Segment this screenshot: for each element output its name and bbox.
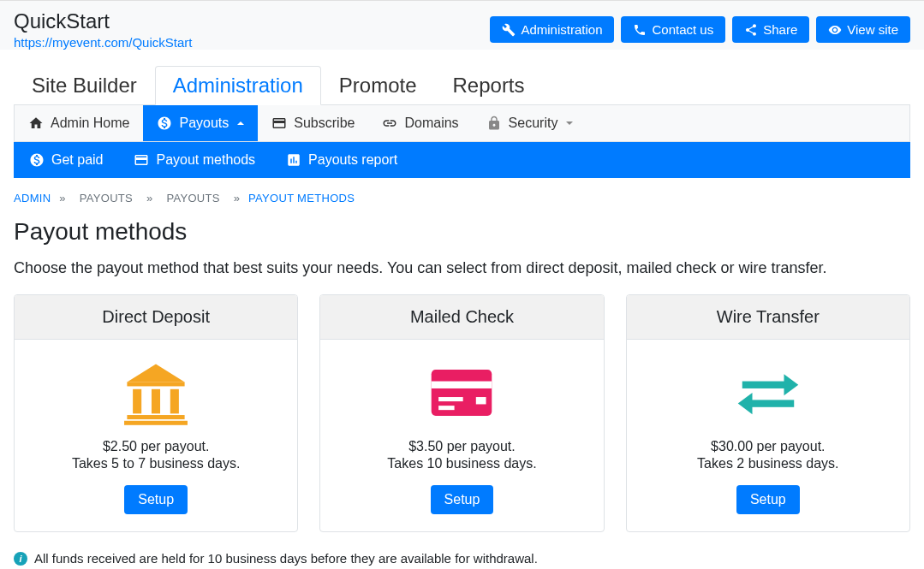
chart-icon — [286, 152, 301, 168]
subnav-subscribe[interactable]: Subscribe — [258, 105, 368, 141]
svg-rect-14 — [751, 400, 794, 406]
card-price: $3.50 per payout. — [334, 439, 589, 454]
card-timing: Takes 10 business days. — [334, 456, 589, 471]
page-description: Choose the payout method that best suits… — [0, 259, 924, 294]
svg-rect-9 — [439, 397, 464, 401]
svg-rect-10 — [439, 406, 455, 410]
breadcrumb: ADMIN » PAYOUTS » PAYOUTS » PAYOUT METHO… — [0, 178, 924, 218]
svg-rect-6 — [124, 421, 188, 425]
lock-icon — [486, 116, 502, 131]
site-url[interactable]: https://myevent.com/QuickStart — [14, 35, 192, 50]
view-site-button[interactable]: View site — [816, 16, 910, 43]
setup-button-direct-deposit[interactable]: Setup — [124, 485, 188, 514]
tab-administration[interactable]: Administration — [155, 66, 321, 105]
wrench-icon — [502, 23, 516, 37]
svg-rect-1 — [128, 382, 185, 386]
card-timing: Takes 2 business days. — [641, 456, 896, 471]
card-title: Wire Transfer — [627, 295, 909, 340]
link-icon — [382, 116, 397, 131]
ternav-payout-methods[interactable]: Payout methods — [118, 142, 271, 178]
setup-button-wire-transfer[interactable]: Setup — [736, 485, 800, 514]
card-wire-transfer: Wire Transfer $30.00 per payout. Takes 2… — [626, 294, 910, 532]
svg-rect-2 — [133, 389, 141, 414]
svg-rect-3 — [152, 389, 160, 414]
site-title: QuickStart — [14, 9, 192, 33]
svg-rect-12 — [742, 382, 785, 388]
transfer-icon — [732, 360, 804, 425]
share-icon — [744, 23, 758, 37]
share-button[interactable]: Share — [732, 16, 809, 43]
svg-rect-5 — [128, 415, 185, 419]
breadcrumb-payout-methods[interactable]: PAYOUT METHODS — [248, 192, 355, 204]
breadcrumb-payouts: PAYOUTS — [80, 192, 133, 204]
card-price: $2.50 per payout. — [28, 439, 283, 454]
info-icon: i — [14, 552, 27, 566]
svg-marker-13 — [784, 374, 798, 395]
ternav-payouts-report[interactable]: Payouts report — [271, 142, 413, 178]
svg-rect-11 — [476, 397, 486, 404]
setup-button-mailed-check[interactable]: Setup — [431, 485, 494, 514]
card-price: $30.00 per payout. — [641, 439, 896, 454]
subnav-domains[interactable]: Domains — [368, 105, 472, 141]
card-icon — [271, 116, 287, 131]
administration-button[interactable]: Administration — [490, 16, 614, 43]
page-title: Payout methods — [0, 218, 924, 259]
tab-promote[interactable]: Promote — [321, 66, 435, 104]
tab-site-builder[interactable]: Site Builder — [14, 66, 155, 104]
card-title: Direct Deposit — [15, 295, 297, 340]
svg-rect-8 — [432, 382, 492, 388]
home-icon — [28, 116, 44, 131]
svg-marker-0 — [128, 364, 185, 382]
footer-note-text: All funds received are held for 10 busin… — [34, 551, 538, 566]
subnav-admin-home[interactable]: Admin Home — [15, 105, 143, 141]
tab-reports[interactable]: Reports — [435, 66, 543, 104]
eye-icon — [828, 23, 842, 37]
card-mailed-check: Mailed Check $3.50 per payout. Takes 10 … — [319, 294, 604, 532]
breadcrumb-payouts2: PAYOUTS — [166, 192, 219, 204]
contact-us-button[interactable]: Contact us — [621, 16, 725, 43]
card-title: Mailed Check — [320, 295, 603, 340]
subnav-payouts[interactable]: Payouts — [143, 105, 258, 141]
subnav-security[interactable]: Security — [473, 105, 587, 141]
svg-marker-15 — [738, 393, 753, 414]
caret-up-icon — [237, 122, 244, 125]
breadcrumb-admin[interactable]: ADMIN — [14, 192, 51, 204]
phone-icon — [633, 23, 647, 37]
bank-icon — [120, 360, 192, 425]
card-direct-deposit: Direct Deposit $2.50 per payout. Takes 5… — [14, 294, 298, 532]
dollar-circle-icon — [29, 152, 45, 168]
svg-rect-4 — [170, 389, 179, 414]
card-icon — [134, 152, 149, 168]
card-timing: Takes 5 to 7 business days. — [28, 456, 283, 471]
check-icon — [426, 360, 498, 425]
dollar-circle-icon — [157, 116, 172, 131]
ternav-get-paid[interactable]: Get paid — [14, 142, 118, 178]
caret-down-icon — [566, 122, 573, 125]
